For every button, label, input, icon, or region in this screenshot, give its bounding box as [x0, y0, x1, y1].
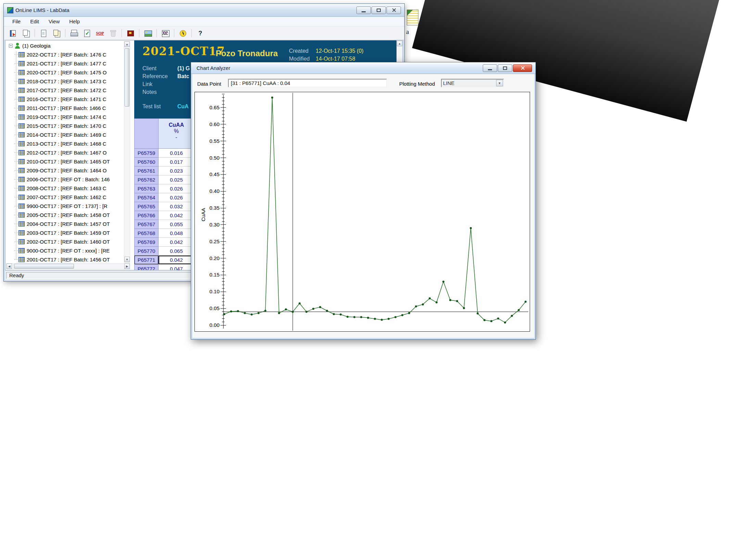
validate-icon[interactable] — [81, 28, 93, 39]
maximize-button[interactable] — [371, 7, 386, 14]
cuaa-value-cell[interactable]: 0.042 — [159, 211, 194, 220]
cuaa-column-header[interactable]: CuAA % - — [159, 119, 194, 149]
cuaa-value-cell[interactable]: 0.026 — [159, 184, 194, 193]
tree-hscrollbar-thumb[interactable] — [14, 264, 74, 269]
tree-item-batch[interactable]: 2006-OCT17 : [REF OT : Batch: 146 — [6, 175, 124, 184]
scroll-left-button[interactable] — [7, 263, 12, 269]
table-row[interactable]: P657590.016 — [135, 149, 194, 158]
sample-id-cell[interactable]: P65767 — [135, 220, 159, 229]
print-icon[interactable] — [68, 28, 80, 39]
sample-id-cell[interactable]: P65768 — [135, 229, 159, 238]
scroll-up-button[interactable] — [124, 41, 130, 47]
chart-analyzer-icon[interactable] — [159, 28, 172, 39]
image-icon[interactable] — [142, 28, 154, 39]
cuaa-value-cell[interactable]: 0.026 — [159, 193, 194, 202]
menu-edit[interactable]: Edit — [25, 17, 44, 26]
sample-id-cell[interactable]: P65761 — [135, 167, 159, 175]
cuaa-value-cell[interactable]: 0.025 — [159, 175, 194, 184]
tree-item-batch[interactable]: 2015-OCT17 : [REF Batch: 1470 C — [6, 121, 124, 130]
sample-id-cell[interactable]: P65771 — [135, 256, 159, 265]
cuaa-value-cell[interactable]: 0.042 — [159, 256, 194, 265]
help-icon[interactable]: ? — [194, 28, 206, 39]
sample-id-cell[interactable]: P65763 — [135, 184, 159, 193]
table-row[interactable]: P657620.025 — [135, 175, 194, 184]
table-row[interactable]: P657630.026 — [135, 184, 194, 193]
cuaa-line-chart[interactable]: 0.000.050.100.150.200.250.300.350.400.45… — [195, 92, 530, 331]
tree-root-geologia[interactable]: (1) Geologia — [6, 41, 124, 50]
table-row[interactable]: P657660.042 — [135, 211, 194, 220]
menu-file[interactable]: File — [8, 17, 25, 26]
test-list-value[interactable]: CuA — [177, 103, 189, 110]
scroll-down-button[interactable] — [124, 257, 130, 262]
collapse-expander-icon[interactable] — [9, 44, 13, 48]
tree-item-batch[interactable]: 2017-OCT17 : [REF Batch: 1472 C — [6, 86, 124, 95]
cuaa-value-cell[interactable]: 0.047 — [159, 265, 194, 270]
tree-item-batch[interactable]: 2011-OCT17 : [REF Batch: 1466 C — [6, 103, 124, 112]
sample-id-cell[interactable]: P65769 — [135, 238, 159, 247]
data-point-field[interactable]: [31 : P65771] CuAA : 0.04 — [228, 79, 387, 87]
delete-icon[interactable] — [107, 28, 119, 39]
dropdown-arrow-icon[interactable] — [496, 80, 503, 86]
tree-item-batch[interactable]: 2007-OCT17 : [REF Batch: 1462 C — [6, 193, 124, 201]
sample-id-cell[interactable]: P65764 — [135, 193, 159, 202]
scroll-up-button[interactable] — [397, 41, 402, 46]
chart-plot-area[interactable]: CuAA 0.000.050.100.150.200.250.300.350.4… — [194, 92, 530, 332]
cuaa-value-cell[interactable]: 0.042 — [159, 238, 194, 247]
tree-item-batch[interactable]: 2016-OCT17 : [REF Batch: 1471 C — [6, 95, 124, 103]
table-row[interactable]: P657640.026 — [135, 193, 194, 202]
tree-item-batch[interactable]: 2003-OCT17 : [REF Batch: 1459 OT — [6, 228, 124, 237]
table-row[interactable]: P657700.065 — [135, 247, 194, 256]
tree-item-batch[interactable]: 2010-OCT17 : [REF Batch: 1465 OT — [6, 157, 124, 166]
tree-item-batch[interactable]: 2008-OCT17 : [REF Batch: 1463 C — [6, 184, 124, 193]
cuaa-value-cell[interactable]: 0.032 — [159, 202, 194, 211]
menu-help[interactable]: Help — [64, 17, 85, 26]
desktop-shortcut-icon[interactable] — [407, 10, 418, 25]
close-button[interactable] — [387, 7, 401, 14]
table-row[interactable]: P657650.032 — [135, 202, 194, 211]
tree-vertical-scrollbar[interactable] — [124, 41, 130, 262]
tree-item-batch[interactable]: 2001-OCT17 : [REF Batch: 1456 OT — [6, 255, 124, 262]
close-button[interactable] — [513, 64, 532, 72]
sample-id-cell[interactable]: P65765 — [135, 202, 159, 211]
table-row[interactable]: P657610.023 — [135, 167, 194, 175]
cuaa-value-cell[interactable]: 0.017 — [159, 158, 194, 167]
new-report-icon[interactable] — [37, 28, 50, 39]
sample-id-cell[interactable]: P65770 — [135, 247, 159, 256]
tree-item-batch[interactable]: 2012-OCT17 : [REF Batch: 1467 O — [6, 148, 124, 157]
cuaa-value-cell[interactable]: 0.016 — [159, 149, 194, 158]
tree-item-batch[interactable]: 2019-OCT17 : [REF Batch: 1474 C — [6, 112, 124, 121]
maximize-button[interactable] — [498, 64, 512, 72]
tree-scrollbar-thumb[interactable] — [125, 48, 129, 107]
tree-item-batch[interactable]: 2004-OCT17 : [REF Batch: 1457 OT — [6, 219, 124, 228]
sample-id-cell[interactable]: P65760 — [135, 158, 159, 167]
sample-id-cell[interactable]: P65766 — [135, 211, 159, 220]
cuaa-value-cell[interactable]: 0.023 — [159, 167, 194, 175]
menu-view[interactable]: View — [44, 17, 64, 26]
copy-icon[interactable] — [20, 28, 32, 39]
desktop-shortcut-label[interactable]: a — [406, 28, 409, 36]
tree-item-batch[interactable]: 9900-OCT17 : [REF OT : 1737] : [R — [6, 201, 124, 210]
tree-item-batch[interactable]: 2002-OCT17 : [REF Batch: 1460 OT — [6, 237, 124, 246]
tree-item-batch[interactable]: 9000-OCT17 : [REF OT : xxxx] : [RE — [6, 246, 124, 255]
tree-item-batch[interactable]: 2005-OCT17 : [REF Batch: 1458 OT — [6, 210, 124, 219]
lims-titlebar[interactable]: OnLine LIMS - LabData — [4, 4, 404, 17]
table-row[interactable]: P657680.048 — [135, 229, 194, 238]
table-row[interactable]: P657600.017 — [135, 158, 194, 167]
table-row[interactable]: P657720.047 — [135, 265, 194, 270]
tree-item-batch[interactable]: 2021-OCT17 : [REF Batch: 1477 C — [6, 59, 124, 68]
tree-item-batch[interactable]: 2022-OCT17 : [REF Batch: 1476 C — [6, 50, 124, 59]
cuaa-value-cell[interactable]: 0.048 — [159, 229, 194, 238]
sample-id-cell[interactable]: P65759 — [135, 149, 159, 158]
export-batch-icon[interactable] — [7, 28, 19, 39]
tree-item-batch[interactable]: 2020-OCT17 : [REF Batch: 1475 O — [6, 68, 124, 77]
scroll-right-button[interactable] — [124, 263, 130, 269]
copy-report-icon[interactable] — [50, 28, 63, 39]
tree-item-batch[interactable]: 2009-OCT17 : [REF Batch: 1464 O — [6, 166, 124, 175]
minimize-button[interactable] — [356, 7, 371, 14]
minimize-button[interactable] — [483, 64, 497, 72]
tree-item-batch[interactable]: 2018-OCT17 : [REF Batch: 1473 C — [6, 77, 124, 86]
table-row[interactable]: P657670.055 — [135, 220, 194, 229]
plotting-method-dropdown[interactable]: LINE — [441, 79, 504, 87]
tree-item-batch[interactable]: 2014-OCT17 : [REF Batch: 1469 C — [6, 130, 124, 139]
timer-icon[interactable] — [177, 28, 189, 39]
